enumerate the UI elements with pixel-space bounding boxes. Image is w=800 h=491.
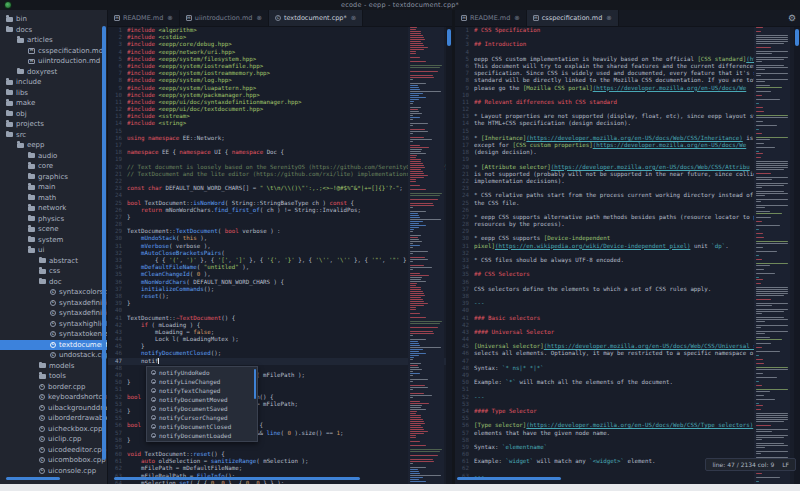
autocomplete-item-notifyDocumentLoaded[interactable]: notifyDocumentLoaded <box>147 431 257 440</box>
tree-item-system[interactable]: system <box>0 235 108 246</box>
file-tree-panel[interactable]: bindocsarticlesMcsspecification.mdMuiint… <box>0 10 108 484</box>
tree-item-uicombobox.cpp[interactable]: Cuicombobox.cpp <box>0 455 108 466</box>
line-number: 55 <box>108 415 127 422</box>
popup-scrollbar[interactable] <box>254 369 257 399</box>
right-vertical-scrollbar[interactable] <box>794 27 800 484</box>
cpp-file-icon: C <box>50 300 56 306</box>
tree-item-scene[interactable]: scene <box>0 224 108 235</box>
tree-item-uiborderdrawable.cp[interactable]: Cuiborderdrawable.cp <box>0 413 108 424</box>
right-minimap[interactable] <box>754 27 790 484</box>
line-ending[interactable]: LF <box>782 461 789 468</box>
tab-uiintroduction-md[interactable]: Muiintroduction.md⊗ <box>180 10 269 26</box>
tree-item-label: syntaxdefinition.cp <box>59 298 108 309</box>
tree-item-doxyrest[interactable]: doxyrest <box>0 67 108 78</box>
tree-item-tools[interactable]: tools <box>0 371 108 382</box>
tree-item-uiconsole.cpp[interactable]: Cuiconsole.cpp <box>0 466 108 477</box>
tree-item-include[interactable]: include <box>0 77 108 88</box>
tree-item-uicodeeditor.cpp[interactable]: Cuicodeeditor.cpp <box>0 445 108 456</box>
minimap-line <box>410 299 423 300</box>
autocomplete-item-notifyCursorChanged[interactable]: notifyCursorChanged <box>147 413 257 422</box>
line-text: mUndoStack( this ), <box>127 235 452 242</box>
tree-item-textdocument.cpp[interactable]: Ctextdocument.cpp <box>0 340 108 351</box>
minimap-line <box>410 323 440 324</box>
tree-item-audio[interactable]: audio <box>0 151 108 162</box>
minimap-line <box>756 481 759 482</box>
line-text <box>474 34 800 41</box>
folder-icon <box>6 90 13 95</box>
minimap-line <box>410 421 424 422</box>
tree-item-make[interactable]: make <box>0 98 108 109</box>
autocomplete-item-notifyDocumentSaved[interactable]: notifyDocumentSaved <box>147 404 257 413</box>
tree-item-articles[interactable]: articles <box>0 35 108 46</box>
tree-item-src[interactable]: src <box>0 130 108 141</box>
minimap-line <box>410 147 429 148</box>
tab-csspecification-md[interactable]: Mcsspecification.md⊗ <box>527 10 619 26</box>
left-minimap[interactable] <box>408 27 444 484</box>
tab-README-md[interactable]: MREADME.md⊗ <box>455 10 527 26</box>
tree-item-syntaxcolorscheme[interactable]: Csyntaxcolorscheme <box>0 287 108 298</box>
tree-item-syntaxdefinitionma[interactable]: Csyntaxdefinitionma <box>0 308 108 319</box>
tree-item-syntaxdefinition.cp[interactable]: Csyntaxdefinition.cp <box>0 298 108 309</box>
tree-item-physics[interactable]: physics <box>0 214 108 225</box>
tree-vertical-scrollbar[interactable] <box>102 26 106 460</box>
minimap-line <box>756 205 788 206</box>
tree-item-css[interactable]: css <box>0 266 108 277</box>
tree-item-ui[interactable]: ui <box>0 245 108 256</box>
close-icon[interactable]: ⊗ <box>256 14 261 22</box>
code-editor-csspecification[interactable]: 1# CSS Specification23## Introduction45e… <box>455 27 800 480</box>
line-text <box>127 444 452 451</box>
minimap-line <box>756 31 761 32</box>
line-number: 34 <box>455 264 474 271</box>
tree-item-uicheckbox.cpp[interactable]: Cuicheckbox.cpp <box>0 424 108 435</box>
code-line: 61 auto oldSelection = sanitizeRange( mS… <box>108 458 452 465</box>
right-horizontal-scrollbar[interactable] <box>457 477 561 481</box>
tree-item-core[interactable]: core <box>0 161 108 172</box>
minimap-line <box>756 473 762 474</box>
tree-item-obj[interactable]: obj <box>0 109 108 120</box>
autocomplete-item-notifyLineChanged[interactable]: notifyLineChanged <box>147 377 257 386</box>
autocomplete-item-notifyUndoRedo[interactable]: notifyUndoRedo <box>147 368 257 377</box>
close-icon[interactable]: ⊗ <box>606 14 611 22</box>
tree-item-eepp[interactable]: eepp <box>0 140 108 151</box>
tree-item-network[interactable]: network <box>0 203 108 214</box>
tree-item-graphics[interactable]: graphics <box>0 172 108 183</box>
tree-item-undostack.cpp[interactable]: Cundostack.cpp <box>0 350 108 361</box>
tree-item-uiclip.cpp[interactable]: Cuiclip.cpp <box>0 434 108 445</box>
autocomplete-item-notifyDocumentClosed[interactable]: notifyDocumentClosed <box>147 422 257 431</box>
minimap-line <box>756 385 762 386</box>
line-text: auto oldSelection = sanitizeRange( mSele… <box>127 458 452 465</box>
autocomplete-item-notifyDocumentMoved[interactable]: notifyDocumentMoved <box>147 395 257 404</box>
tree-item-main[interactable]: main <box>0 182 108 193</box>
tree-item-uiintroduction.md[interactable]: Muiintroduction.md <box>0 56 108 67</box>
tree-item-bin[interactable]: bin <box>0 14 108 25</box>
tree-item-syntaxtokenizer.cp[interactable]: Csyntaxtokenizer.cp <box>0 329 108 340</box>
tree-item-uibackgrounddrawab[interactable]: Cuibackgrounddrawab <box>0 403 108 414</box>
tree-horizontal-scrollbar[interactable] <box>6 477 60 481</box>
left-vertical-scrollbar[interactable] <box>446 27 452 484</box>
tab-textdocument-cpp-[interactable]: Ctextdocument.cpp*⊗ <box>269 10 363 26</box>
close-icon[interactable]: ⊗ <box>351 14 356 22</box>
minimap-line <box>756 339 782 340</box>
tree-item-border.cpp[interactable]: Cborder.cpp <box>0 382 108 393</box>
tree-item-keyboardshortcut.cpp[interactable]: Ckeyboardshortcut.cpp <box>0 392 108 403</box>
tree-item-doc[interactable]: doc <box>0 277 108 288</box>
tree-item-libs[interactable]: libs <box>0 88 108 99</box>
tree-item-csspecification.md[interactable]: Mcsspecification.md <box>0 46 108 57</box>
autocomplete-item-notifyTextChanged[interactable]: notifyTextChanged <box>147 386 257 395</box>
tree-item-math[interactable]: math <box>0 193 108 204</box>
close-icon[interactable]: ⊗ <box>514 14 519 22</box>
code-line: 22 <box>108 178 452 185</box>
tree-item-models[interactable]: models <box>0 361 108 372</box>
tree-item-docs[interactable]: docs <box>0 25 108 36</box>
gear-icon[interactable]: ⚙ <box>788 13 796 23</box>
left-horizontal-scrollbar[interactable] <box>114 477 360 481</box>
tree-item-projects[interactable]: projects <box>0 119 108 130</box>
minimap-line <box>410 431 428 432</box>
line-number: 50 <box>455 379 474 386</box>
tab-README-md[interactable]: MREADME.md⊗ <box>108 10 180 26</box>
line-text <box>127 156 452 163</box>
line-number: 35 <box>455 271 474 278</box>
close-icon[interactable]: ⊗ <box>167 14 172 22</box>
tree-item-abstract[interactable]: abstract <box>0 256 108 267</box>
tree-item-syntaxhighlighter.c[interactable]: Csyntaxhighlighter.c <box>0 319 108 330</box>
